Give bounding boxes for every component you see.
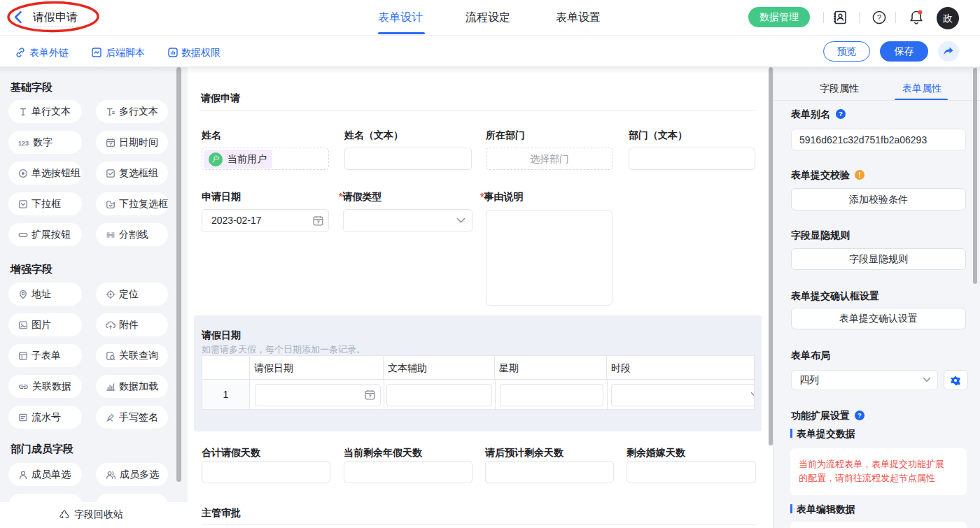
svg-text:!: ! <box>858 171 860 179</box>
svg-text:?: ? <box>839 110 843 117</box>
svg-text:123: 123 <box>18 139 29 146</box>
svg-text:?: ? <box>877 13 881 22</box>
svg-text:?: ? <box>858 411 862 419</box>
